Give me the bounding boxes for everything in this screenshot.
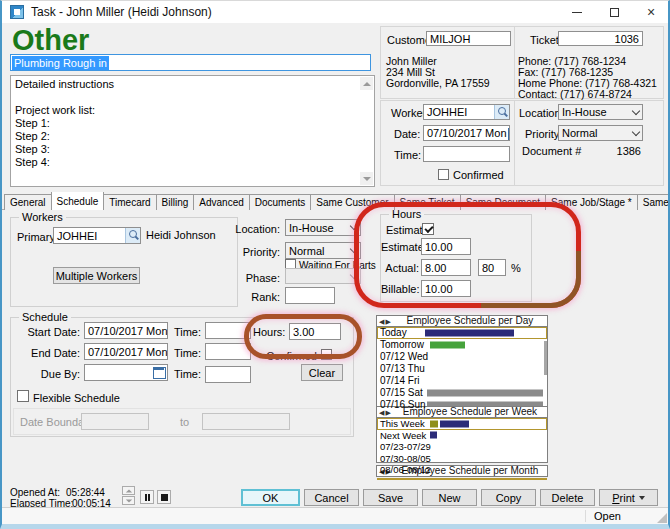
time-field[interactable]	[423, 146, 510, 162]
estimated-hours-field[interactable]: 10.00	[421, 238, 471, 255]
worker-lookup-icon[interactable]	[494, 105, 509, 119]
timer-spin-up-button[interactable]	[122, 486, 135, 495]
flexible-schedule-label: Flexible Schedule	[33, 392, 120, 404]
day-panel-next-icon[interactable]: ▶	[385, 318, 390, 325]
tab-advanced[interactable]: Advanced	[193, 194, 249, 210]
day-row[interactable]: Tomorrow	[377, 339, 547, 351]
estimate-checkbox[interactable]	[422, 223, 434, 235]
minimize-button[interactable]	[560, 1, 594, 23]
end-date-field[interactable]: 07/10/2017 Mon	[84, 343, 168, 360]
cancel-button[interactable]: Cancel	[304, 489, 359, 506]
actual-label: Actual:	[381, 262, 419, 274]
start-time-field[interactable]	[205, 322, 251, 339]
panel-divider	[514, 101, 515, 185]
customer-city: Gordonville, PA 17559	[386, 77, 490, 89]
primary-worker-field[interactable]: JOHHEI	[53, 227, 141, 244]
priority-label: Priority:	[525, 128, 562, 140]
worker-code-field[interactable]: JOHHEI	[423, 104, 510, 120]
end-date-label: End Date:	[25, 347, 80, 359]
schedule-group-title: Schedule	[19, 311, 71, 323]
due-time-field[interactable]	[205, 366, 251, 383]
tab-same-job-stage[interactable]: Same Job/Stage *	[545, 194, 638, 210]
stop-timer-button[interactable]	[157, 490, 171, 504]
schedule-confirmed-label: Confirmed	[261, 350, 317, 362]
instructions-text: Detailed instructions Project work list:…	[15, 78, 356, 184]
day-row[interactable]: 07/15 Sat	[377, 387, 547, 399]
task-name-selected-text: Plumbing Rough in	[12, 56, 109, 70]
day-panel-scrollbar[interactable]	[544, 341, 547, 375]
clear-button[interactable]: Clear	[301, 364, 343, 381]
new-button[interactable]: New	[422, 489, 477, 506]
scroll-down-arrow[interactable]	[360, 172, 373, 185]
multiple-workers-button[interactable]: Multiple Workers	[53, 267, 140, 284]
ticket-number-field[interactable]: 1036	[558, 31, 643, 46]
task-name-input[interactable]: Plumbing Rough in	[10, 54, 371, 71]
confirmed-checkbox[interactable]	[438, 169, 449, 180]
priority-dropdown[interactable]: Normal	[558, 125, 643, 141]
flexible-schedule-checkbox[interactable]	[17, 390, 29, 402]
details-location-dropdown[interactable]: In-House	[285, 219, 361, 236]
billable-hours-field[interactable]: 10.00	[421, 280, 471, 297]
customer-code-field[interactable]: MILJOH	[426, 31, 511, 46]
end-date-value: 07/10/2017 Mon	[88, 346, 168, 358]
week-row[interactable]: This Week	[377, 418, 547, 430]
chevron-down-icon	[350, 270, 358, 278]
ok-button[interactable]: OK	[241, 489, 300, 506]
week-row-label: 08/06-08/12	[380, 465, 431, 475]
actual-hours-field[interactable]: 8.00	[421, 259, 471, 276]
day-row[interactable]: Today	[377, 327, 547, 339]
week-row[interactable]: 07/23-07/29	[377, 441, 547, 453]
title-bar[interactable]: Task - John Miller (Heidi Johnson) ×	[2, 1, 668, 23]
tab-same-document[interactable]: Same Document	[460, 194, 546, 210]
tab-general[interactable]: General	[4, 194, 52, 210]
schedule-confirmed-checkbox[interactable]	[321, 349, 332, 360]
phase-label: Phase:	[216, 272, 280, 284]
tab-documents[interactable]: Documents	[249, 194, 312, 210]
copy-button[interactable]: Copy	[481, 489, 536, 506]
tab-schedule[interactable]: Schedule	[51, 192, 105, 210]
status-separator	[585, 510, 586, 522]
schedule-hours-field[interactable]: 3.00	[289, 323, 341, 340]
end-time-field[interactable]	[205, 343, 251, 360]
print-button[interactable]: Print	[599, 489, 658, 506]
instructions-textarea[interactable]: Detailed instructions Project work list:…	[10, 75, 375, 187]
day-schedule-bar	[425, 330, 514, 337]
day-row[interactable]: 07/14 Fri	[377, 375, 547, 387]
minimize-icon	[572, 12, 582, 13]
day-row[interactable]: 07/12 Wed	[377, 351, 547, 363]
date-field[interactable]: 07/10/2017 Mon	[423, 125, 510, 141]
print-button-label: Print	[612, 492, 635, 504]
pause-timer-button[interactable]	[140, 490, 154, 504]
percent-field[interactable]: 80	[478, 259, 506, 276]
start-date-field[interactable]: 07/10/2017 Mon	[84, 322, 168, 339]
calendar-icon[interactable]	[152, 365, 167, 380]
details-priority-dropdown[interactable]: Normal	[285, 242, 361, 259]
location-dropdown[interactable]: In-House	[558, 104, 643, 120]
primary-worker-lookup-icon[interactable]	[125, 228, 140, 243]
save-button[interactable]: Save	[363, 489, 418, 506]
print-dropdown-arrow-icon	[639, 496, 645, 500]
week-panel-rows: This WeekNext Week07/23-07/2907/30-08/05…	[376, 418, 548, 463]
tab-same-job[interactable]: Same Job *	[637, 194, 668, 210]
resize-grip[interactable]	[657, 513, 667, 523]
close-button[interactable]: ×	[634, 1, 668, 23]
calendar-icon[interactable]	[507, 126, 510, 140]
timer-spin-down-button[interactable]	[122, 496, 135, 505]
primary-worker-value: JOHHEI	[57, 230, 97, 242]
tab-same-ticket[interactable]: Same Ticket	[394, 194, 461, 210]
stop-icon	[161, 494, 168, 501]
day-row[interactable]: 07/13 Thu	[377, 363, 547, 375]
due-by-field[interactable]	[84, 364, 168, 381]
rank-field[interactable]	[285, 287, 335, 304]
scroll-up-arrow[interactable]	[360, 77, 373, 90]
tab-timecard[interactable]: Timecard	[103, 194, 156, 210]
tab-same-customer[interactable]: Same Customer	[310, 194, 394, 210]
maximize-button[interactable]	[597, 1, 631, 23]
delete-button[interactable]: Delete	[540, 489, 595, 506]
day-panel-prev-icon[interactable]: ◀	[379, 318, 384, 325]
priority-value: Normal	[562, 127, 597, 139]
tab-billing[interactable]: Billing	[156, 194, 195, 210]
week-row[interactable]: Next Week	[377, 430, 547, 442]
day-panel-title: Employee Schedule per Day	[393, 316, 547, 326]
week-row[interactable]: 07/30-08/05	[377, 453, 547, 465]
